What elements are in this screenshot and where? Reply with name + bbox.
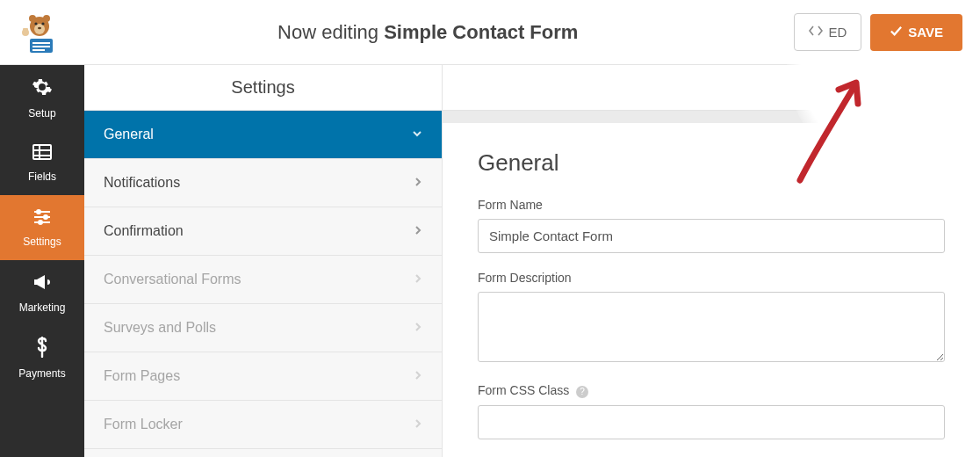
form-name-input[interactable] <box>478 219 945 253</box>
settings-item-conversational[interactable]: Conversational Forms <box>84 256 442 304</box>
svg-rect-8 <box>32 42 50 44</box>
list-icon <box>32 143 53 166</box>
embed-button[interactable]: ED <box>794 13 861 51</box>
bullhorn-icon <box>32 272 53 297</box>
app-logo <box>18 11 61 54</box>
left-sidebar: Setup Fields Settings Marketing Payments <box>0 65 84 457</box>
form-description-input[interactable] <box>478 292 945 362</box>
settings-item-confirmation[interactable]: Confirmation <box>84 207 442 256</box>
svg-rect-9 <box>32 46 50 47</box>
chevron-right-icon <box>414 224 422 238</box>
form-panel-header <box>443 65 980 111</box>
form-panel: General Form Name Form Description Form … <box>443 65 980 457</box>
sidebar-item-label: Fields <box>28 170 56 183</box>
svg-point-2 <box>43 15 50 22</box>
save-button[interactable]: SAVE <box>870 14 962 51</box>
check-icon <box>890 25 903 40</box>
save-label: SAVE <box>908 25 943 40</box>
svg-point-18 <box>37 210 40 214</box>
bear-logo-icon <box>18 11 61 54</box>
chevron-right-icon <box>414 176 422 190</box>
help-icon[interactable]: ? <box>576 386 588 398</box>
form-name-label: Form Name <box>478 198 945 212</box>
sidebar-item-setup[interactable]: Setup <box>0 65 84 130</box>
settings-item-formlocker[interactable]: Form Locker <box>84 401 442 449</box>
sliders-icon <box>32 208 53 231</box>
sidebar-item-payments[interactable]: Payments <box>0 325 84 390</box>
form-description-group: Form Description <box>478 271 945 366</box>
settings-item-surveys[interactable]: Surveys and Polls <box>84 304 442 352</box>
settings-item-label: Confirmation <box>104 223 184 239</box>
form-cssclass-label: Form CSS Class ? <box>478 383 945 398</box>
embed-label: ED <box>828 25 847 40</box>
sidebar-item-label: Marketing <box>19 301 66 314</box>
dollar-icon <box>35 337 49 363</box>
form-description-label: Form Description <box>478 271 945 285</box>
settings-item-label: Notifications <box>104 175 180 191</box>
code-icon <box>809 24 823 40</box>
chevron-right-icon <box>414 272 422 287</box>
svg-point-4 <box>34 22 37 25</box>
now-editing-text: Now editing <box>277 21 378 43</box>
header-actions: ED SAVE <box>794 13 962 51</box>
svg-rect-10 <box>32 49 45 51</box>
settings-item-general[interactable]: General <box>84 111 442 159</box>
svg-point-20 <box>44 215 47 219</box>
sidebar-item-marketing[interactable]: Marketing <box>0 260 84 325</box>
top-bar: Now editing Simple Contact Form ED SAVE <box>0 0 980 65</box>
form-cssclass-input[interactable] <box>478 405 945 439</box>
chevron-right-icon <box>414 369 422 383</box>
cssclass-label-text: Form CSS Class <box>478 383 569 397</box>
settings-item-label: Conversational Forms <box>104 272 241 287</box>
chevron-right-icon <box>414 321 422 335</box>
svg-point-6 <box>38 26 41 29</box>
settings-list: General Notifications Confirmation Conve… <box>84 111 442 449</box>
svg-point-1 <box>29 15 36 22</box>
chevron-down-icon <box>412 127 422 141</box>
sidebar-item-label: Setup <box>28 107 55 120</box>
svg-rect-13 <box>33 145 51 159</box>
svg-rect-12 <box>23 28 28 32</box>
sidebar-item-label: Settings <box>23 236 61 248</box>
settings-item-notifications[interactable]: Notifications <box>84 159 442 207</box>
form-cssclass-group: Form CSS Class ? <box>478 383 945 439</box>
card-heading: General <box>478 149 945 177</box>
svg-point-22 <box>39 221 42 224</box>
settings-item-label: General <box>104 127 154 142</box>
sidebar-item-label: Payments <box>18 367 65 380</box>
main-area: Setup Fields Settings Marketing Payments <box>0 65 980 457</box>
settings-item-label: Surveys and Polls <box>104 320 216 336</box>
settings-title: Settings <box>84 65 442 111</box>
svg-point-5 <box>41 22 44 25</box>
general-settings-card: General Form Name Form Description Form … <box>443 123 980 457</box>
settings-panel: Settings General Notifications Confirmat… <box>84 65 443 457</box>
page-title: Now editing Simple Contact Form <box>61 21 794 44</box>
sidebar-item-fields[interactable]: Fields <box>0 130 84 195</box>
chevron-right-icon <box>414 417 422 432</box>
sidebar-item-settings[interactable]: Settings <box>0 195 84 260</box>
editing-form-name: Simple Contact Form <box>384 21 578 43</box>
gear-icon <box>32 76 53 103</box>
form-name-group: Form Name <box>478 198 945 253</box>
settings-item-formpages[interactable]: Form Pages <box>84 352 442 401</box>
settings-item-label: Form Locker <box>104 417 183 432</box>
settings-item-label: Form Pages <box>104 368 180 384</box>
